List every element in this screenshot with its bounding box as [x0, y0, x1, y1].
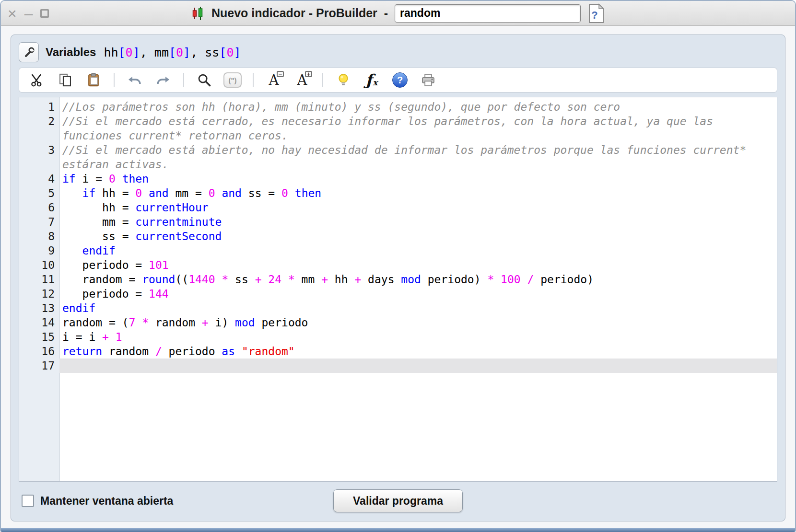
toolbar-separator	[253, 73, 254, 87]
token-pl	[109, 331, 116, 343]
token-num: 101	[149, 259, 169, 271]
token-op: /	[527, 273, 534, 286]
line-number: 12	[19, 287, 59, 301]
token-fn: currentSecond	[135, 230, 222, 243]
token-pl	[142, 187, 149, 199]
code-line-14[interactable]: 14random = (7 * random + i) mod periodo	[19, 315, 777, 330]
code-line-15[interactable]: 15i = i + 1	[19, 330, 777, 344]
line-number: 4	[19, 172, 59, 186]
code-line-12[interactable]: 12 periodo = 144	[19, 287, 777, 301]
line-number: 3	[19, 143, 59, 172]
help-icon: ?	[392, 72, 408, 88]
toolbar-separator	[114, 73, 115, 87]
code-line-16[interactable]: 16return random / periodo as "random"	[19, 344, 777, 359]
token-kw: and	[149, 187, 169, 199]
token-pl: periodo	[255, 316, 308, 329]
close-button[interactable]: ×	[8, 6, 17, 21]
variable-token-kw: ]	[234, 46, 241, 59]
code-line-17[interactable]: 17	[19, 359, 777, 373]
token-kw: mod	[235, 316, 255, 329]
code-line-11[interactable]: 11 random = round((1440 * ss + 24 * mm +…	[19, 272, 777, 287]
token-pl	[62, 244, 82, 257]
code-content: periodo = 144	[59, 287, 777, 301]
code-line-8[interactable]: 8 ss = currentSecond	[19, 229, 777, 243]
code-line-1[interactable]: 1//Los parámetros son hh (hora), mm (min…	[19, 100, 777, 114]
code-content: random = (7 * random + i) mod periodo	[59, 315, 777, 330]
variable-token-num: 0	[176, 46, 183, 59]
indicator-name-input[interactable]	[395, 4, 581, 23]
token-pl: periodo)	[534, 273, 594, 286]
variable-token-num: 0	[126, 46, 133, 59]
search-icon	[197, 73, 211, 87]
line-number: 2	[19, 114, 59, 143]
scissors-icon	[30, 73, 44, 87]
code-line-6[interactable]: 6 hh = currentHour	[19, 200, 777, 215]
wrench-icon	[23, 46, 35, 58]
token-pl: mm =	[62, 216, 135, 228]
variables-label: Variables	[46, 46, 96, 59]
code-line-5[interactable]: 5 if hh = 0 and mm = 0 and ss = 0 then	[19, 186, 777, 200]
token-num: 144	[149, 288, 169, 300]
variables-value: hh[0], mm[0], ss[0]	[104, 46, 241, 59]
token-pl	[235, 345, 242, 358]
cut-button[interactable]	[27, 70, 47, 90]
token-pl: days	[361, 273, 401, 286]
paste-button[interactable]	[83, 70, 104, 90]
code-line-4[interactable]: 4if i = 0 then	[19, 172, 777, 186]
copy-button[interactable]	[55, 70, 75, 90]
token-pl: i = i	[62, 331, 102, 343]
line-number: 9	[19, 243, 59, 258]
code-line-13[interactable]: 13endif	[19, 301, 777, 315]
token-pl	[521, 273, 527, 286]
token-op: *	[288, 273, 295, 286]
code-editor[interactable]: 1//Los parámetros son hh (hora), mm (min…	[19, 97, 777, 482]
code-line-10[interactable]: 10 periodo = 101	[19, 258, 777, 272]
print-button[interactable]	[418, 70, 438, 90]
comment-button[interactable]: (")	[222, 70, 243, 90]
undo-button[interactable]	[125, 70, 145, 90]
variables-bar: Variables hh[0], mm[0], ss[0]	[19, 41, 777, 64]
variables-settings-button[interactable]	[19, 42, 39, 62]
code-line-7[interactable]: 7 mm = currentminute	[19, 215, 777, 229]
validate-program-button[interactable]: Validar programa	[333, 489, 463, 512]
code-line-2[interactable]: 2//Si el mercado está cerrado, es necesa…	[19, 114, 777, 143]
variable-token-kw: ]	[183, 46, 190, 59]
code-content: //Si el mercado está abierto, no hay nec…	[59, 143, 777, 172]
token-pl: hh	[328, 273, 354, 286]
editor-toolbar: (") A − A +	[19, 68, 777, 93]
code-line-9[interactable]: 9 endif	[19, 243, 777, 258]
token-pl: hh =	[62, 201, 135, 214]
token-pl: mm	[295, 273, 321, 286]
variable-token-pl: mm	[154, 46, 169, 59]
help-button[interactable]: ?	[390, 70, 410, 90]
window-title: Nuevo indicador - ProBuilder -	[211, 6, 388, 20]
search-button[interactable]	[194, 70, 214, 90]
minimize-button[interactable]: –	[24, 6, 33, 21]
redo-button[interactable]	[153, 70, 173, 90]
variable-token-kw: ]	[133, 46, 140, 59]
paste-icon	[86, 73, 101, 87]
token-op: +	[255, 273, 262, 286]
token-pl	[116, 173, 122, 185]
hint-button[interactable]	[333, 70, 353, 90]
keep-open-checkbox[interactable]	[22, 495, 34, 507]
code-line-3[interactable]: 3//Si el mercado está abierto, no hay ne…	[19, 143, 777, 172]
token-op: *	[222, 273, 228, 286]
line-number: 1	[19, 100, 59, 114]
line-number: 15	[19, 330, 59, 344]
token-pl	[215, 187, 222, 199]
token-kw: if	[62, 173, 76, 185]
font-increase-button[interactable]: A +	[292, 70, 312, 90]
window-body: Variables hh[0], mm[0], ss[0]	[1, 26, 795, 528]
variable-token-kw: [	[118, 46, 126, 59]
maximize-button[interactable]	[40, 9, 49, 18]
insert-function-button[interactable]: ƒx	[362, 70, 382, 90]
code-content: ss = currentSecond	[59, 229, 777, 243]
token-op: *	[487, 273, 494, 286]
token-pl: periodo)	[421, 273, 487, 286]
plus-badge-icon: +	[305, 71, 312, 77]
token-kw: mod	[401, 273, 421, 286]
redo-icon	[155, 73, 171, 87]
help-doc-icon[interactable]: ?	[587, 3, 605, 23]
font-decrease-button[interactable]: A −	[264, 70, 284, 90]
